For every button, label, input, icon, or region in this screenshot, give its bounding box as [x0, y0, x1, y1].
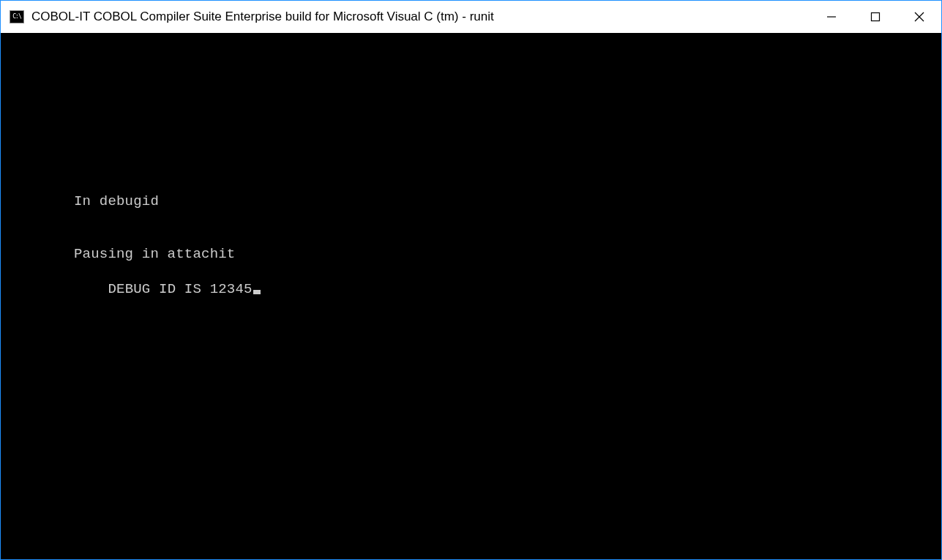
minimize-button[interactable] [810, 1, 853, 33]
terminal-line: DEBUG ID IS 12345 [108, 281, 260, 297]
window-title: COBOL-IT COBOL Compiler Suite Enterprise… [31, 10, 810, 24]
window-controls [810, 1, 941, 33]
cursor [253, 290, 261, 294]
close-icon [913, 11, 925, 23]
terminal-text: DEBUG ID IS 12345 [108, 281, 252, 297]
svg-rect-1 [872, 13, 880, 21]
maximize-button[interactable] [853, 1, 897, 33]
app-icon: C:\ [10, 10, 24, 23]
terminal-line: Pausing in attachit [74, 245, 941, 263]
console-window: C:\ COBOL-IT COBOL Compiler Suite Enterp… [0, 0, 942, 560]
terminal-line: In debugid [74, 193, 941, 210]
maximize-icon [870, 12, 881, 22]
minimize-icon [826, 12, 837, 22]
app-icon-label: C:\ [12, 14, 20, 20]
titlebar[interactable]: C:\ COBOL-IT COBOL Compiler Suite Enterp… [1, 1, 941, 33]
close-button[interactable] [897, 1, 941, 33]
terminal-output[interactable]: In debugid Pausing in attachit DEBUG ID … [1, 33, 941, 559]
